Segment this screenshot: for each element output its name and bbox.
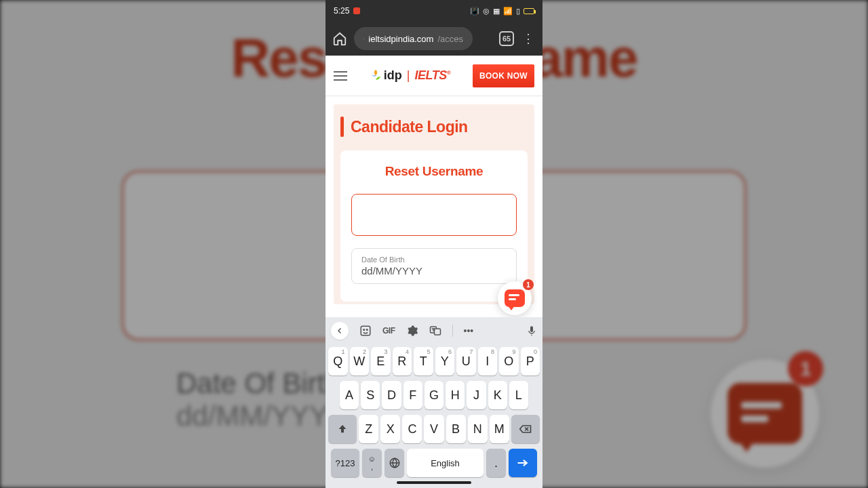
key-f[interactable]: F — [403, 381, 422, 409]
key-u[interactable]: U7 — [456, 347, 476, 375]
svg-rect-0 — [361, 326, 370, 336]
key-q[interactable]: Q1 — [328, 347, 348, 375]
translate-icon[interactable] — [429, 325, 441, 337]
chat-icon — [505, 289, 525, 307]
keyboard-row-4: ?123 ☺, English . — [328, 449, 540, 477]
symbols-key[interactable]: ?123 — [331, 449, 359, 477]
location-icon: ◎ — [483, 7, 490, 16]
key-n[interactable]: N — [468, 415, 488, 443]
vibrate-icon: 📳 — [470, 7, 479, 16]
emoji-key[interactable]: ☺, — [362, 449, 382, 477]
key-e[interactable]: E3 — [371, 347, 391, 375]
status-bar: 5:25 📳 ◎ ▦ 📶 ▯ — [326, 0, 542, 22]
key-s[interactable]: S — [361, 381, 380, 409]
key-t[interactable]: T5 — [414, 347, 433, 375]
browser-toolbar: ieltsidpindia.com/acces 65 ⋮ — [326, 22, 542, 56]
chat-fab[interactable]: 1 — [498, 281, 532, 315]
dob-label: Date Of Birth — [361, 256, 507, 264]
dob-placeholder: dd/MM/YYYY — [361, 265, 507, 277]
keyboard-row-1: Q1W2E3R4T5Y6U7I8O9P0 — [328, 347, 540, 375]
enter-key[interactable] — [509, 449, 537, 477]
key-a[interactable]: A — [340, 381, 359, 409]
key-x[interactable]: X — [380, 415, 400, 443]
key-p[interactable]: P0 — [521, 347, 540, 375]
key-k[interactable]: K — [488, 381, 507, 409]
sticker-icon[interactable] — [359, 325, 372, 337]
hamburger-menu-icon[interactable] — [334, 71, 347, 81]
shift-key[interactable] — [328, 415, 357, 443]
keyboard-row-2: ASDFGHJKL — [328, 381, 540, 409]
key-h[interactable]: H — [446, 381, 465, 409]
battery-icon — [524, 8, 534, 14]
title-accent-bar — [340, 117, 344, 137]
period-key[interactable]: . — [486, 449, 506, 477]
backspace-key[interactable] — [511, 415, 540, 443]
svg-point-2 — [367, 329, 368, 331]
dob-input[interactable]: Date Of Birth dd/MM/YYYY — [351, 248, 517, 284]
key-j[interactable]: J — [467, 381, 486, 409]
key-l[interactable]: L — [509, 381, 528, 409]
browser-more-icon[interactable]: ⋮ — [521, 33, 536, 45]
spacebar-key[interactable]: English — [407, 449, 484, 477]
keyboard-toolbar: GIF ••• — [326, 317, 542, 344]
signal-icon: 📶 — [503, 7, 513, 16]
svg-point-1 — [363, 329, 365, 331]
logo-leaf-icon — [370, 68, 382, 83]
key-d[interactable]: D — [382, 381, 401, 409]
key-b[interactable]: B — [446, 415, 466, 443]
key-i[interactable]: I8 — [478, 347, 498, 375]
keyboard-row-3: ZXCVBNM — [328, 415, 540, 443]
on-screen-keyboard: GIF ••• Q1W2E3R4T5Y6U7I8O9P0 ASDFGHJKL — [326, 317, 542, 488]
lock-icon — [363, 35, 364, 43]
key-y[interactable]: Y6 — [435, 347, 455, 375]
svg-rect-4 — [434, 329, 440, 335]
keyboard-settings-icon[interactable] — [406, 325, 418, 337]
network-icon: ▦ — [493, 7, 500, 16]
recording-indicator-icon — [353, 7, 360, 14]
key-v[interactable]: V — [424, 415, 443, 443]
keyboard-more-icon[interactable]: ••• — [464, 325, 474, 336]
nav-pill[interactable] — [397, 481, 471, 484]
key-z[interactable]: Z — [359, 415, 378, 443]
url-bar[interactable]: ieltsidpindia.com/acces — [354, 27, 473, 50]
home-icon[interactable] — [332, 31, 347, 46]
microphone-icon[interactable] — [526, 325, 537, 337]
key-w[interactable]: W2 — [350, 347, 370, 375]
book-now-button[interactable]: BOOK NOW — [473, 64, 534, 87]
reset-username-title: Reset Username — [351, 164, 517, 179]
key-m[interactable]: M — [490, 415, 509, 443]
key-g[interactable]: G — [425, 381, 443, 409]
app-header: idp | IELTS® BOOK NOW — [326, 56, 542, 96]
logo-ielts-text: IELTS® — [415, 68, 451, 83]
url-domain: ieltsidpindia.com — [368, 34, 433, 44]
phone-frame: 5:25 📳 ◎ ▦ 📶 ▯ ieltsidpindia.com/acces 6… — [326, 0, 542, 488]
wifi-icon: ▯ — [516, 7, 520, 16]
key-c[interactable]: C — [402, 415, 422, 443]
candidate-login-panel: Candidate Login Reset Username Date Of B… — [334, 104, 534, 304]
language-key[interactable] — [384, 449, 404, 477]
status-time: 5:25 — [334, 6, 349, 16]
tab-count-button[interactable]: 65 — [499, 31, 514, 46]
key-r[interactable]: R4 — [393, 347, 412, 375]
gif-icon[interactable]: GIF — [382, 326, 395, 336]
key-o[interactable]: O9 — [499, 347, 519, 375]
logo-idp-text: idp — [384, 68, 402, 83]
username-input[interactable] — [351, 194, 517, 236]
chat-badge: 1 — [523, 279, 534, 290]
idp-ielts-logo[interactable]: idp | IELTS® — [370, 68, 450, 83]
reset-username-card: Reset Username Date Of Birth dd/MM/YYYY — [340, 150, 528, 302]
page-content: Candidate Login Reset Username Date Of B… — [326, 96, 542, 312]
keyboard-collapse-icon[interactable] — [331, 322, 349, 340]
candidate-login-title: Candidate Login — [351, 118, 468, 136]
url-path: /acces — [437, 34, 463, 44]
